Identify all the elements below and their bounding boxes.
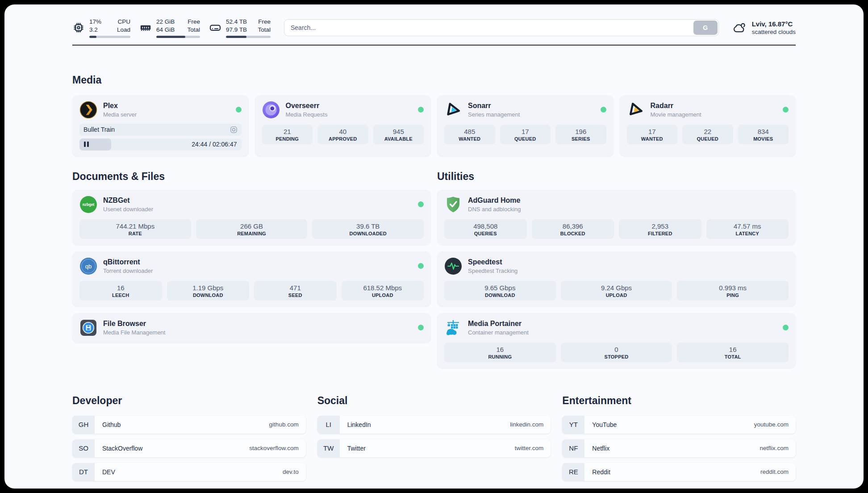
stat-available: 945 AVAILABLE xyxy=(373,125,424,144)
stat-leech: 16 LEECH xyxy=(79,281,162,301)
disk-total: 97.9 TB xyxy=(226,26,247,34)
stat-series: 196 SERIES xyxy=(555,125,606,144)
bookmarks-social: Social LI LinkedIn linkedin.com TW Twitt… xyxy=(317,395,551,481)
stat-rate: 744.21 Mbps RATE xyxy=(79,219,191,239)
service-card-adguard[interactable]: AdGuard Home DNS and adblocking 498,508 … xyxy=(437,190,796,245)
bookmark-name: Twitter xyxy=(347,445,366,452)
service-card-overseerr[interactable]: Overseerr Media Requests 21 PENDING 40 A… xyxy=(255,95,431,156)
weather-condition: scattered clouds xyxy=(752,29,796,35)
service-card-sonarr[interactable]: Sonarr Series management 485 WANTED 17 Q… xyxy=(437,95,613,156)
portainer-icon xyxy=(444,319,462,337)
weather-location-temp: Lviv, 16.87°C xyxy=(752,20,796,28)
bookmark-url: github.com xyxy=(269,421,306,428)
cpu-label-1: CPU xyxy=(117,18,130,26)
disk-label-2: Total xyxy=(258,26,271,34)
bookmark-stackoverflow[interactable]: SO StackOverflow stackoverflow.com xyxy=(72,439,306,457)
service-title: Sonarr xyxy=(468,101,520,110)
bookmark-twitter[interactable]: TW Twitter twitter.com xyxy=(317,439,551,457)
service-title: qBittorrent xyxy=(103,258,153,266)
service-title: Overseerr xyxy=(286,101,328,110)
bookmark-url: linkedin.com xyxy=(510,421,551,428)
bookmark-name: Netflix xyxy=(592,445,609,452)
bookmark-netflix[interactable]: NF Netflix netflix.com xyxy=(562,439,796,457)
section-title-utilities: Utilities xyxy=(437,171,796,183)
status-dot-online xyxy=(418,107,424,113)
memory-progress-fill xyxy=(156,36,185,38)
bookmark-url: netflix.com xyxy=(760,445,796,451)
status-dot-online xyxy=(783,107,789,113)
search-input[interactable] xyxy=(284,19,719,36)
memory-label-2: Total xyxy=(187,26,200,34)
bookmark-url: stackoverflow.com xyxy=(249,445,305,451)
stat-upload: 9.24 Gbps UPLOAD xyxy=(561,281,672,301)
stat-pending: 21 PENDING xyxy=(262,125,313,144)
disk-free: 52.4 TB xyxy=(226,18,247,26)
playback-progress-bar[interactable]: 24:44 / 02:06:47 xyxy=(79,138,242,150)
service-subtitle: Container management xyxy=(468,329,529,336)
bookmark-abbr: LI xyxy=(317,416,340,434)
header-divider xyxy=(72,45,796,46)
status-dot-online xyxy=(236,107,242,113)
bookmark-reddit[interactable]: RE Reddit reddit.com xyxy=(562,463,796,481)
pause-icon[interactable] xyxy=(84,142,89,147)
top-bar: 17% 3.2 CPU Load xyxy=(72,18,796,38)
system-resources: 17% 3.2 CPU Load xyxy=(72,18,271,38)
section-title-media: Media xyxy=(72,74,796,86)
stat-wanted: 485 WANTED xyxy=(444,125,495,144)
bookmark-github[interactable]: GH Github github.com xyxy=(72,416,306,434)
playback-time: 24:44 / 02:06:47 xyxy=(192,141,237,148)
service-card-speedtest[interactable]: Speedtest Speedtest Tracking 9.65 Gbps D… xyxy=(437,251,796,306)
search-provider-button[interactable]: G xyxy=(693,21,718,35)
svg-text:nzbget: nzbget xyxy=(83,203,95,207)
stat-ping: 0.993 ms PING xyxy=(677,281,789,301)
svg-text:qb: qb xyxy=(85,263,92,270)
stat-download: 9.65 Gbps DOWNLOAD xyxy=(444,281,556,301)
now-playing-title: Bullet Train xyxy=(83,126,115,133)
media-card-grid: Plex Media server Bullet Train xyxy=(72,95,796,156)
bookmark-abbr: DT xyxy=(72,463,95,481)
service-card-plex[interactable]: Plex Media server Bullet Train xyxy=(72,95,249,156)
bookmark-name: Github xyxy=(102,421,121,428)
stat-seed: 471 SEED xyxy=(254,281,337,301)
section-title-documents: Documents & Files xyxy=(72,171,431,183)
stat-total: 16 TOTAL xyxy=(677,343,789,362)
service-card-portainer[interactable]: Media Portainer Container management 16 … xyxy=(437,313,796,368)
service-title: Plex xyxy=(103,101,137,110)
cpu-loadavg: 3.2 xyxy=(89,26,101,34)
service-title: AdGuard Home xyxy=(468,196,521,205)
bookmark-abbr: GH xyxy=(72,416,95,434)
service-card-qbittorrent[interactable]: qb qBittorrent Torrent downloader xyxy=(72,251,431,306)
cpu-percent: 17% xyxy=(89,18,101,26)
bookmarks-entertainment: Entertainment YT YouTube youtube.com NF … xyxy=(562,395,796,481)
ram-icon xyxy=(139,21,152,34)
service-card-nzbget[interactable]: nzbget NZBGet Usenet downloader 74 xyxy=(72,190,431,245)
service-subtitle: DNS and adblocking xyxy=(468,206,521,213)
speedtest-icon xyxy=(444,257,462,275)
search-bar: G xyxy=(284,19,719,36)
bookmark-linkedin[interactable]: LI LinkedIn linkedin.com xyxy=(317,416,551,434)
two-column-sections: Documents & Files nzbget xyxy=(72,156,796,368)
service-card-filebrowser[interactable]: File Browser Media File Management xyxy=(72,313,431,343)
weather-widget: Lviv, 16.87°C scattered clouds xyxy=(731,20,796,35)
service-subtitle: Media server xyxy=(103,111,137,118)
service-card-radarr[interactable]: Radarr Movie management 17 WANTED 22 QUE… xyxy=(620,95,796,156)
stat-queued: 22 QUEUED xyxy=(682,125,733,144)
disk-progress-fill xyxy=(226,36,246,38)
status-dot-online xyxy=(418,263,424,269)
service-subtitle: Series management xyxy=(468,111,520,118)
stat-latency: 47.57 ms LATENCY xyxy=(706,219,789,239)
filebrowser-icon xyxy=(79,319,97,337)
video-session-icon xyxy=(230,126,238,134)
bookmark-url: youtube.com xyxy=(754,421,796,428)
stat-downloaded: 39.6 TB DOWNLOADED xyxy=(312,219,424,239)
memory-label-1: Free xyxy=(187,18,200,26)
service-subtitle: Media File Management xyxy=(103,329,165,336)
service-title: Radarr xyxy=(651,101,701,110)
bookmark-abbr: YT xyxy=(562,416,584,434)
cpu-icon xyxy=(72,21,85,34)
bookmark-dev[interactable]: DT DEV dev.to xyxy=(72,463,306,481)
sonarr-icon xyxy=(444,101,462,119)
stat-stopped: 0 STOPPED xyxy=(561,343,672,362)
bookmark-youtube[interactable]: YT YouTube youtube.com xyxy=(562,416,796,434)
section-title-entertainment: Entertainment xyxy=(562,395,796,407)
